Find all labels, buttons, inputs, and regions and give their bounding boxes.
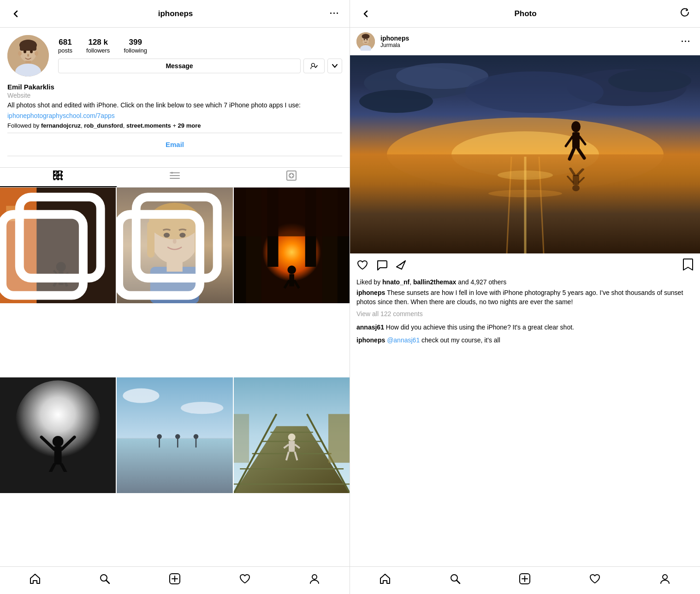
bookmark-button[interactable] (682, 258, 694, 274)
grid-photo-4[interactable] (0, 377, 116, 493)
heart-nav-right-button[interactable] (580, 571, 610, 590)
home-nav-right-button[interactable] (370, 571, 400, 590)
svg-point-142 (571, 121, 581, 132)
svg-point-94 (181, 402, 224, 414)
email-highlight[interactable]: Email (7, 137, 342, 152)
svg-rect-24 (61, 178, 63, 180)
following-number: 399 (129, 38, 142, 47)
svg-rect-74 (234, 188, 350, 236)
svg-rect-3 (20, 43, 36, 51)
svg-rect-29 (287, 171, 296, 180)
svg-point-133 (608, 69, 691, 92)
left-bottom-nav (0, 566, 350, 594)
multi-post-badge-2 (117, 191, 229, 303)
right-top-bar: Photo (350, 0, 700, 28)
svg-point-163 (663, 575, 667, 579)
followers-stat[interactable]: 128 k followers (86, 38, 110, 54)
follow-check-button[interactable] (303, 59, 325, 73)
followers-label: followers (86, 47, 110, 54)
grid-photo-5[interactable] (117, 377, 232, 493)
post-user-row: iphoneps Jurmala ··· (350, 28, 700, 55)
stats-area: 681 posts 128 k followers 399 following … (58, 35, 342, 73)
grid-photo-6[interactable] (234, 377, 350, 493)
share-button[interactable] (395, 259, 407, 273)
svg-rect-111 (234, 414, 249, 463)
add-nav-button[interactable] (160, 571, 190, 590)
profile-section: 681 posts 128 k followers 399 following … (0, 28, 350, 167)
home-nav-button[interactable] (20, 571, 50, 590)
tab-bar (0, 167, 350, 188)
post-location: Jurmala (380, 42, 673, 48)
view-comments[interactable]: View all 122 comments (350, 310, 700, 321)
svg-point-6 (24, 50, 26, 53)
svg-rect-61 (119, 214, 200, 295)
left-top-bar: iphoneps ··· (0, 0, 350, 28)
posts-number: 681 (59, 38, 71, 47)
profile-header: 681 posts 128 k followers 399 following … (7, 35, 342, 76)
svg-point-89 (194, 434, 199, 439)
svg-point-140 (498, 171, 553, 180)
svg-rect-18 (61, 171, 63, 173)
profile-link[interactable]: iphonephotographyschool.com/7apps (7, 112, 342, 119)
action-icons-left (356, 259, 682, 273)
svg-point-141 (488, 190, 562, 197)
right-panel: Photo iphoneps Ju (350, 0, 700, 594)
svg-rect-85 (117, 438, 232, 493)
grid-photo-1[interactable] (0, 188, 116, 303)
svg-line-113 (106, 580, 109, 583)
caption-area: iphoneps These sunsets are how I fell in… (350, 288, 700, 310)
svg-rect-143 (572, 132, 580, 148)
more-button[interactable]: ··· (327, 6, 342, 21)
svg-rect-17 (57, 171, 59, 173)
comment-button[interactable] (376, 259, 388, 273)
profile-name: Emil Pakarklis (7, 83, 342, 91)
post-user-info: iphoneps Jurmala (380, 35, 673, 48)
svg-point-7 (30, 50, 33, 53)
tagged-icon (286, 171, 297, 183)
tab-list[interactable] (117, 168, 233, 187)
svg-rect-23 (57, 178, 59, 180)
following-stat[interactable]: 399 following (124, 38, 147, 54)
add-nav-right-button[interactable] (510, 571, 540, 590)
posts-stat[interactable]: 681 posts (58, 38, 72, 54)
back-button[interactable] (7, 5, 24, 22)
post-more-button[interactable]: ··· (678, 34, 694, 49)
message-button[interactable]: Message (58, 59, 301, 73)
svg-point-124 (367, 39, 368, 41)
grid-photo-3[interactable] (234, 188, 350, 303)
refresh-button[interactable] (677, 5, 693, 23)
svg-rect-21 (61, 175, 63, 176)
svg-point-104 (288, 433, 295, 441)
like-button[interactable] (356, 259, 368, 273)
action-buttons: Message (58, 59, 342, 73)
profile-nav-button[interactable] (299, 571, 330, 590)
svg-point-87 (157, 434, 162, 439)
post-avatar[interactable] (356, 32, 375, 51)
caption-username[interactable]: iphoneps (356, 289, 385, 296)
post-username[interactable]: iphoneps (380, 35, 673, 42)
tab-grid[interactable] (0, 168, 117, 187)
svg-point-88 (175, 434, 180, 439)
avatar[interactable] (7, 35, 49, 76)
heart-nav-button[interactable] (230, 571, 260, 590)
svg-point-117 (312, 575, 317, 579)
dropdown-button[interactable] (327, 59, 342, 73)
svg-point-122 (368, 40, 370, 41)
svg-point-8 (27, 54, 29, 57)
following-label: following (124, 47, 147, 54)
divider-1 (7, 133, 342, 133)
grid-photo-2[interactable] (117, 188, 232, 303)
profile-bio: All photos shot and edited with iPhone. … (7, 101, 342, 110)
svg-point-123 (364, 39, 365, 41)
grid-icon (53, 171, 63, 183)
tab-tagged[interactable] (233, 168, 350, 187)
search-nav-right-button[interactable] (440, 571, 470, 590)
right-bottom-nav (350, 566, 700, 594)
profile-nav-right-button[interactable] (650, 571, 680, 590)
svg-rect-22 (53, 178, 55, 180)
divider-2 (7, 156, 342, 156)
right-back-button[interactable] (357, 5, 374, 22)
likes-text: Liked by hnato_nf, ballin2themax and 4,9… (350, 278, 700, 288)
search-nav-button[interactable] (89, 571, 120, 590)
left-header-title: iphoneps (158, 9, 193, 18)
